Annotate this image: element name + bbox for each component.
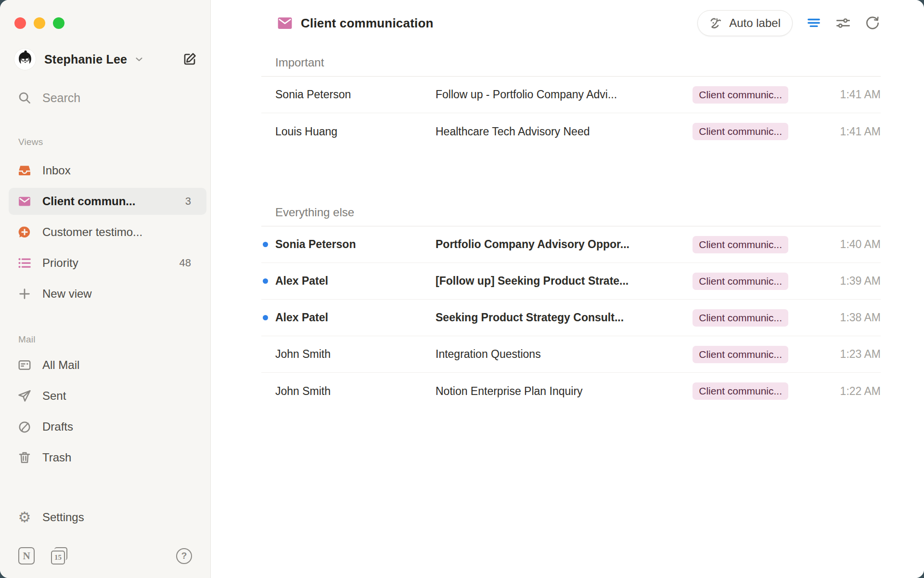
account-switcher[interactable]: Stephanie Lee: [14, 48, 198, 70]
sidebar-item-label: Drafts: [42, 420, 73, 434]
sidebar-item-trash[interactable]: Trash: [0, 442, 210, 473]
main-content: Client communication Auto label: [211, 0, 924, 578]
email-label-badge[interactable]: Client communic...: [693, 309, 788, 327]
search-input[interactable]: Search: [17, 91, 80, 105]
sidebar-item-label: Customer testimo...: [42, 225, 142, 239]
email-subject: [Follow up] Seeking Product Strate...: [436, 275, 693, 288]
email-label-badge[interactable]: Client communic...: [693, 346, 788, 363]
sidebar-item-new-view[interactable]: New view: [0, 278, 210, 309]
sidebar-item-inbox[interactable]: Inbox: [0, 155, 210, 186]
email-time: 1:40 AM: [794, 238, 881, 251]
section-title: Everything else: [261, 204, 881, 221]
email-time: 1:41 AM: [794, 88, 881, 101]
email-sender: Alex Patel: [275, 275, 436, 288]
email-row[interactable]: Alex Patel [Follow up] Seeking Product S…: [261, 263, 881, 300]
views-list: Inbox Client commun... 3: [0, 155, 210, 309]
email-label-badge[interactable]: Client communic...: [693, 86, 788, 104]
views-section-label: Views: [18, 137, 43, 147]
auto-label-button[interactable]: Auto label: [697, 10, 793, 36]
all-mail-icon: [17, 358, 32, 372]
email-section: Everything else Sonia Peterson Portfolio…: [261, 204, 881, 409]
email-label-badge[interactable]: Client communic...: [693, 273, 788, 290]
email-list: Important Sonia Peterson Follow up - Por…: [261, 54, 881, 409]
email-row[interactable]: John Smith Notion Enterprise Plan Inquir…: [261, 373, 881, 409]
email-label-badge[interactable]: Client communic...: [693, 123, 788, 140]
sidebar: Stephanie Lee Search Views: [0, 0, 211, 578]
sidebar-item-label: All Mail: [42, 358, 79, 372]
inbox-icon: [17, 163, 32, 178]
filter-button[interactable]: [806, 15, 822, 31]
drafts-icon: [17, 420, 32, 434]
email-sender: Louis Huang: [275, 125, 436, 138]
email-label-badge[interactable]: Client communic...: [693, 236, 788, 253]
email-subject: Notion Enterprise Plan Inquiry: [436, 385, 693, 398]
email-sender: Sonia Peterson: [275, 238, 436, 251]
email-subject: Seeking Product Strategy Consult...: [436, 311, 693, 324]
email-sender: John Smith: [275, 385, 436, 398]
unread-dot-icon: [263, 278, 268, 284]
email-time: 1:39 AM: [794, 275, 881, 288]
auto-label-wand-icon: [709, 16, 723, 30]
sidebar-item-label: Sent: [42, 389, 66, 403]
email-section: Important Sonia Peterson Follow up - Por…: [261, 54, 881, 150]
help-icon[interactable]: ?: [176, 548, 192, 564]
refresh-icon: [864, 15, 881, 31]
minimize-window-button[interactable]: [34, 17, 45, 29]
email-sender: John Smith: [275, 348, 436, 361]
unread-dot-icon: [263, 315, 268, 320]
email-time: 1:22 AM: [794, 385, 881, 398]
window-controls: [14, 17, 64, 29]
page-title: Client communication: [301, 16, 434, 31]
plus-icon: [17, 287, 32, 301]
calendar-icon[interactable]: 15: [51, 547, 68, 565]
email-sender: Sonia Peterson: [275, 88, 436, 101]
view-header: Client communication Auto label: [261, 0, 881, 46]
sidebar-item-label: Inbox: [42, 164, 71, 177]
email-subject: Portfolio Company Advisory Oppor...: [436, 238, 693, 251]
email-row[interactable]: Louis Huang Healthcare Tech Advisory Nee…: [261, 113, 881, 150]
user-name: Stephanie Lee: [44, 53, 127, 66]
search-placeholder: Search: [42, 91, 80, 105]
compose-button[interactable]: [181, 51, 198, 67]
mail-section-label: Mail: [18, 334, 36, 345]
email-row[interactable]: John Smith Integration Questions Client …: [261, 336, 881, 373]
auto-label-button-label: Auto label: [729, 16, 781, 30]
sliders-icon: [835, 15, 851, 31]
sidebar-item-label: Settings: [42, 511, 84, 524]
section-rows: Sonia Peterson Follow up - Portfolio Com…: [261, 77, 881, 150]
notion-logo-icon[interactable]: N: [18, 547, 35, 565]
app-window: Stephanie Lee Search Views: [0, 0, 924, 578]
email-time: 1:38 AM: [794, 311, 881, 324]
sidebar-item-settings[interactable]: ⚙ Settings: [0, 502, 210, 533]
priority-list-icon: [17, 256, 32, 270]
envelope-icon: [17, 194, 32, 209]
email-label-badge[interactable]: Client communic...: [693, 382, 788, 400]
sidebar-item-priority[interactable]: Priority 48: [0, 248, 210, 278]
sidebar-item-client-communication[interactable]: Client commun... 3: [0, 186, 210, 217]
sidebar-item-sent[interactable]: Sent: [0, 381, 210, 411]
chevron-down-icon: [134, 54, 144, 65]
sidebar-item-all-mail[interactable]: All Mail: [0, 350, 210, 381]
refresh-button[interactable]: [864, 15, 881, 31]
sidebar-item-drafts[interactable]: Drafts: [0, 411, 210, 442]
unread-dot-icon: [263, 242, 268, 247]
email-row[interactable]: Sonia Peterson Follow up - Portfolio Com…: [261, 77, 881, 113]
email-time: 1:23 AM: [794, 348, 881, 361]
priority-count-badge: 48: [180, 257, 191, 269]
email-row[interactable]: Sonia Peterson Portfolio Company Advisor…: [261, 226, 881, 263]
trash-icon: [17, 450, 32, 465]
sidebar-footer: N 15 ?: [18, 546, 192, 565]
search-icon: [17, 91, 32, 105]
display-settings-button[interactable]: [835, 15, 851, 31]
section-rows: Sonia Peterson Portfolio Company Advisor…: [261, 226, 881, 409]
zoom-window-button[interactable]: [53, 17, 64, 29]
send-icon: [17, 389, 32, 403]
sidebar-item-customer-testimonials[interactable]: Customer testimo...: [0, 217, 210, 248]
sidebar-item-label: Trash: [42, 451, 71, 464]
email-row[interactable]: Alex Patel Seeking Product Strategy Cons…: [261, 300, 881, 336]
gear-icon: ⚙: [17, 510, 32, 525]
close-window-button[interactable]: [14, 17, 26, 29]
unread-count-badge: 3: [185, 195, 191, 208]
email-sender: Alex Patel: [275, 311, 436, 324]
avatar: [14, 49, 36, 70]
